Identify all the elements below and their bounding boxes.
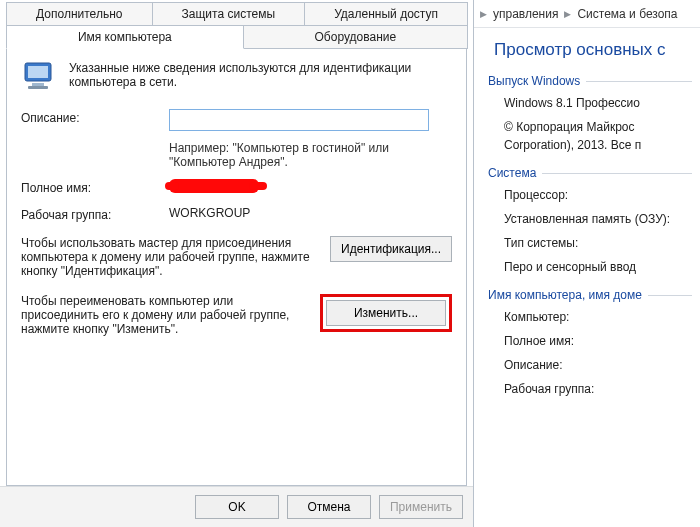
- group-windows-edition: Выпуск Windows: [488, 74, 692, 88]
- tab-remote[interactable]: Удаленный доступ: [304, 2, 468, 26]
- description-label: Описание:: [21, 109, 169, 125]
- group-system: Система: [488, 166, 692, 180]
- edition-name: Windows 8.1 Профессио: [504, 96, 692, 110]
- copyright-line2: Corporation), 2013. Все п: [504, 138, 692, 152]
- svg-rect-3: [28, 86, 48, 89]
- tabs-row-bottom: Имя компьютера Оборудование: [6, 25, 467, 49]
- label-system-type: Тип системы:: [504, 236, 692, 250]
- label-full-name: Полное имя:: [504, 334, 692, 348]
- label-workgroup: Рабочая группа:: [504, 382, 692, 396]
- fullname-value-redacted: [169, 179, 259, 193]
- label-ram: Установленная память (ОЗУ):: [504, 212, 692, 226]
- breadcrumb: ▶ управления ▶ Система и безопа: [474, 0, 700, 28]
- ok-button[interactable]: OK: [195, 495, 279, 519]
- label-pen-touch: Перо и сенсорный ввод: [504, 260, 692, 274]
- tab-client-area: Указанные ниже сведения используются для…: [6, 48, 467, 486]
- tab-advanced[interactable]: Дополнительно: [6, 2, 153, 26]
- label-processor: Процессор:: [504, 188, 692, 202]
- apply-button[interactable]: Применить: [379, 495, 463, 519]
- tabs-row-top: Дополнительно Защита системы Удаленный д…: [6, 2, 467, 26]
- workgroup-label: Рабочая группа:: [21, 206, 169, 222]
- fullname-label: Полное имя:: [21, 179, 169, 195]
- breadcrumb-item[interactable]: управления: [493, 7, 558, 21]
- page-title: Просмотр основных с: [494, 40, 692, 60]
- label-description: Описание:: [504, 358, 692, 372]
- change-text: Чтобы переименовать компьютер или присое…: [21, 294, 310, 336]
- tab-computer-name[interactable]: Имя компьютера: [6, 25, 244, 49]
- svg-rect-2: [32, 83, 44, 86]
- tab-hardware[interactable]: Оборудование: [243, 25, 468, 49]
- identify-wizard-text: Чтобы использовать мастер для присоедине…: [21, 236, 320, 278]
- dialog-button-bar: OK Отмена Применить: [0, 486, 473, 527]
- intro-text: Указанные ниже сведения используются для…: [69, 59, 452, 95]
- chevron-right-icon: ▶: [564, 9, 571, 19]
- description-hint: Например: "Компьютер в гостиной" или "Ко…: [169, 141, 452, 169]
- cancel-button[interactable]: Отмена: [287, 495, 371, 519]
- chevron-right-icon: ▶: [480, 9, 487, 19]
- workgroup-value: WORKGROUP: [169, 206, 452, 220]
- system-properties-dialog: Дополнительно Защита системы Удаленный д…: [0, 0, 474, 527]
- breadcrumb-item[interactable]: Система и безопа: [577, 7, 677, 21]
- copyright-line1: © Корпорация Майкрос: [504, 120, 692, 134]
- label-computer: Компьютер:: [504, 310, 692, 324]
- change-button-highlight: Изменить...: [320, 294, 452, 332]
- description-input[interactable]: [169, 109, 429, 131]
- tab-system-protection[interactable]: Защита системы: [152, 2, 306, 26]
- computer-icon: [21, 59, 57, 95]
- group-computer-name: Имя компьютера, имя доме: [488, 288, 692, 302]
- svg-rect-1: [28, 66, 48, 78]
- change-button[interactable]: Изменить...: [326, 300, 446, 326]
- control-panel-system-page: ▶ управления ▶ Система и безопа Просмотр…: [474, 0, 700, 527]
- identify-button[interactable]: Идентификация...: [330, 236, 452, 262]
